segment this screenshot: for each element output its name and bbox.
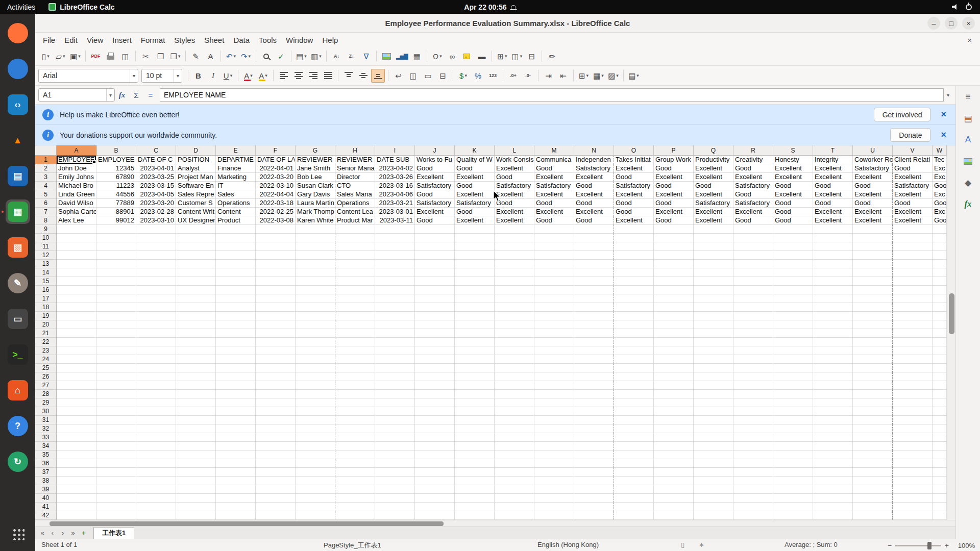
donate-button[interactable]: Donate bbox=[890, 128, 930, 142]
cell-U17[interactable] bbox=[853, 294, 893, 303]
maximize-button[interactable]: □ bbox=[945, 17, 958, 30]
cell-U10[interactable] bbox=[853, 234, 893, 242]
cell-F10[interactable] bbox=[256, 234, 296, 242]
cell-W19[interactable] bbox=[933, 312, 947, 320]
page-style[interactable]: PageStyle_工作表1 bbox=[324, 541, 381, 550]
print-button[interactable] bbox=[104, 49, 117, 63]
cell-S42[interactable] bbox=[773, 511, 813, 520]
cell-C32[interactable] bbox=[136, 424, 176, 433]
cell-P38[interactable] bbox=[654, 477, 694, 485]
clear-formatting-button[interactable]: A bbox=[204, 49, 217, 63]
cell-B15[interactable] bbox=[96, 277, 136, 286]
cell-M16[interactable] bbox=[534, 286, 574, 294]
cell-O28[interactable] bbox=[614, 390, 654, 398]
highlight-color-button[interactable]: A▾ bbox=[256, 69, 270, 83]
system-tray[interactable] bbox=[952, 4, 980, 10]
cell-A6[interactable]: David Wilso bbox=[57, 199, 96, 208]
cell-Q1[interactable]: Productivity bbox=[694, 156, 733, 164]
cell-T28[interactable] bbox=[813, 390, 853, 398]
cell-V18[interactable] bbox=[893, 303, 933, 312]
cell-P25[interactable] bbox=[654, 364, 694, 372]
cell-P34[interactable] bbox=[654, 442, 694, 450]
cell-F42[interactable] bbox=[256, 511, 296, 520]
cell-B31[interactable] bbox=[96, 416, 136, 424]
menu-sheet[interactable]: Sheet bbox=[200, 35, 229, 45]
cell-L21[interactable] bbox=[495, 329, 534, 338]
cell-W37[interactable] bbox=[933, 468, 947, 477]
cell-N23[interactable] bbox=[574, 346, 614, 355]
cell-D10[interactable] bbox=[176, 234, 216, 242]
cell-I5[interactable]: 2023-04-06 bbox=[375, 190, 415, 199]
cell-U23[interactable] bbox=[853, 346, 893, 355]
cell-T19[interactable] bbox=[813, 312, 853, 320]
row-header-20[interactable]: 20 bbox=[35, 320, 57, 329]
cell-M30[interactable] bbox=[534, 407, 574, 416]
cell-V8[interactable]: Excellent bbox=[893, 216, 933, 225]
cell-N10[interactable] bbox=[574, 234, 614, 242]
cell-C33[interactable] bbox=[136, 433, 176, 442]
cell-E32[interactable] bbox=[216, 424, 256, 433]
clock-area[interactable]: Apr 22 00:56 bbox=[464, 3, 516, 11]
cell-E12[interactable] bbox=[216, 251, 256, 260]
unmerge-cells-button[interactable]: ⊟ bbox=[436, 69, 450, 83]
cell-S8[interactable]: Good bbox=[773, 216, 813, 225]
cell-C7[interactable]: 2023-02-28 bbox=[136, 208, 176, 216]
cell-V25[interactable] bbox=[893, 364, 933, 372]
cell-W8[interactable]: Goo bbox=[933, 216, 947, 225]
cell-M3[interactable]: Excellent bbox=[534, 173, 574, 182]
activities-button[interactable]: Activities bbox=[7, 3, 35, 11]
border-style-button[interactable]: ▦▾ bbox=[592, 69, 605, 83]
row-header-23[interactable]: 23 bbox=[35, 346, 57, 355]
cell-D37[interactable] bbox=[176, 468, 216, 477]
cell-E14[interactable] bbox=[216, 268, 256, 277]
cell-H15[interactable] bbox=[335, 277, 375, 286]
cell-P37[interactable] bbox=[654, 468, 694, 477]
column-header-J[interactable]: J bbox=[415, 145, 455, 156]
cell-W7[interactable]: Exc bbox=[933, 208, 947, 216]
cell-T1[interactable]: Integrity bbox=[813, 156, 853, 164]
align-center-button[interactable] bbox=[291, 69, 305, 83]
cell-O3[interactable]: Good bbox=[614, 173, 654, 182]
cell-W25[interactable] bbox=[933, 364, 947, 372]
cell-W13[interactable] bbox=[933, 260, 947, 268]
cell-R9[interactable] bbox=[733, 225, 773, 234]
select-all-corner[interactable] bbox=[35, 145, 57, 156]
cell-W26[interactable] bbox=[933, 372, 947, 381]
cell-V24[interactable] bbox=[893, 355, 933, 364]
cell-L41[interactable] bbox=[495, 503, 534, 511]
cell-L38[interactable] bbox=[495, 477, 534, 485]
cell-G30[interactable] bbox=[296, 407, 335, 416]
cell-R35[interactable] bbox=[733, 450, 773, 459]
cell-T18[interactable] bbox=[813, 303, 853, 312]
cell-K19[interactable] bbox=[455, 312, 495, 320]
cell-T20[interactable] bbox=[813, 320, 853, 329]
cell-K30[interactable] bbox=[455, 407, 495, 416]
cell-J33[interactable] bbox=[415, 433, 455, 442]
cell-P32[interactable] bbox=[654, 424, 694, 433]
cell-I22[interactable] bbox=[375, 338, 415, 346]
cell-H31[interactable] bbox=[335, 416, 375, 424]
cell-B28[interactable] bbox=[96, 390, 136, 398]
cell-P27[interactable] bbox=[654, 381, 694, 390]
cell-B6[interactable]: 77889 bbox=[96, 199, 136, 208]
align-right-button[interactable] bbox=[306, 69, 320, 83]
cell-S20[interactable] bbox=[773, 320, 813, 329]
cell-N15[interactable] bbox=[574, 277, 614, 286]
cell-P33[interactable] bbox=[654, 433, 694, 442]
cell-K6[interactable]: Satisfactory bbox=[455, 199, 495, 208]
title-bar[interactable]: Employee Performance Evaluation Summary.… bbox=[35, 14, 980, 33]
cell-Q24[interactable] bbox=[694, 355, 733, 364]
cell-V16[interactable] bbox=[893, 286, 933, 294]
cell-B21[interactable] bbox=[96, 329, 136, 338]
cell-U24[interactable] bbox=[853, 355, 893, 364]
cell-O19[interactable] bbox=[614, 312, 654, 320]
cell-K5[interactable]: Excellent bbox=[455, 190, 495, 199]
cell-P6[interactable]: Good bbox=[654, 199, 694, 208]
hyperlink-button[interactable]: ∞ bbox=[445, 49, 459, 63]
cell-G24[interactable] bbox=[296, 355, 335, 364]
cell-A22[interactable] bbox=[57, 338, 96, 346]
cell-M26[interactable] bbox=[534, 372, 574, 381]
cell-Q12[interactable] bbox=[694, 251, 733, 260]
cell-L8[interactable]: Excellent bbox=[495, 216, 534, 225]
cell-F39[interactable] bbox=[256, 485, 296, 494]
